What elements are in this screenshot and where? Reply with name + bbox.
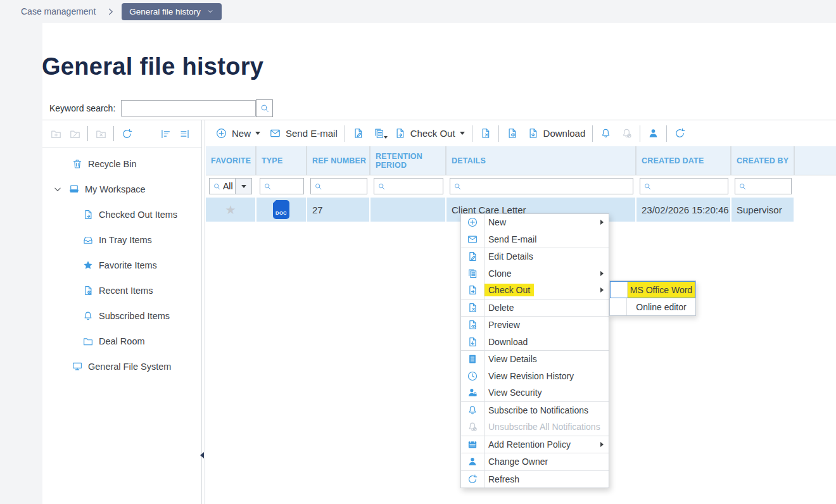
context-menu-item-add-retention-policy[interactable]: Add Retention Policy (461, 436, 609, 453)
check-out-submenu: MS Office Word Online editor (609, 280, 696, 316)
context-menu-item-view-details[interactable]: View Details (461, 351, 609, 368)
plus-circle-icon (467, 217, 478, 228)
created-by-filter-input[interactable] (749, 181, 791, 192)
column-header-favorite[interactable]: FAVORITE (206, 146, 256, 175)
new-button-label: New (232, 128, 251, 139)
delete-button[interactable] (475, 120, 496, 146)
context-menu-item-refresh[interactable]: Refresh (461, 471, 609, 488)
context-menu-item-download[interactable]: Download (461, 334, 609, 351)
tree-item-label: Checked Out Items (99, 210, 177, 220)
edit-details-button[interactable] (348, 120, 369, 146)
unsubscribe-notifications-button[interactable] (616, 120, 637, 146)
keyword-search-input[interactable] (121, 100, 256, 117)
context-menu-item-delete[interactable]: Delete (461, 299, 609, 317)
context-menu-item-clone[interactable]: Clone (461, 265, 609, 282)
type-cell: DOC (256, 198, 307, 222)
preview-button[interactable] (502, 120, 522, 146)
sidebar-item-recycle-bin[interactable]: Recycle Bin (42, 151, 201, 177)
context-menu-item-change-owner[interactable]: Change Owner (461, 453, 609, 470)
sidebar-item-my-workspace[interactable]: My Workspace (42, 177, 201, 202)
submenu-arrow-icon (600, 442, 604, 447)
favorite-filter-dropdown[interactable]: All (209, 178, 252, 194)
ref-number-filter-input[interactable] (324, 181, 367, 192)
column-header-type[interactable]: TYPE (256, 146, 307, 175)
edit-folder-button[interactable] (65, 124, 84, 143)
edit-details-icon (352, 127, 364, 139)
context-menu-item-view-security[interactable]: View Security (461, 384, 609, 401)
delete-folder-icon (95, 128, 107, 140)
clone-button[interactable] (369, 120, 390, 146)
panel-splitter[interactable] (201, 120, 205, 504)
sidebar-item-subscribed-items[interactable]: Subscribed Items (42, 303, 201, 329)
column-header-created-by[interactable]: CREATED BY (732, 146, 795, 175)
tree-item-label: Deal Room (99, 336, 145, 346)
download-button[interactable]: Download (522, 120, 590, 146)
divider (666, 125, 667, 142)
context-menu-item-edit-details[interactable]: Edit Details (461, 248, 609, 265)
chevron-down-icon (206, 8, 214, 15)
favorite-cell[interactable]: ★ (206, 198, 256, 222)
refresh-button[interactable] (669, 120, 690, 146)
add-folder-button[interactable] (46, 124, 65, 143)
retention-period-filter-input[interactable] (388, 181, 443, 192)
star-icon[interactable]: ★ (225, 204, 236, 216)
context-menu-item-view-revision-history[interactable]: View Revision History (461, 368, 609, 385)
preview-icon (506, 127, 518, 139)
context-menu-item-new[interactable]: New (461, 214, 609, 231)
folder-tree-panel: Recycle Bin My Workspace Checked Out Ite… (42, 120, 201, 504)
type-filter-input[interactable] (274, 181, 303, 192)
refresh-tree-button[interactable] (117, 124, 136, 143)
check-out-button[interactable]: Check Out (390, 120, 469, 146)
submenu-item-ms-office-word[interactable]: MS Office Word (610, 281, 695, 298)
monitor-icon (72, 361, 83, 372)
details-filter (450, 178, 633, 194)
column-header-ref-number[interactable]: REF NUMBER (307, 146, 370, 175)
delete-folder-button[interactable] (91, 124, 110, 143)
created-date-filter (640, 178, 728, 194)
sidebar-item-recent-items[interactable]: Recent Items (42, 278, 201, 303)
tray-icon (82, 234, 94, 246)
collapse-panel-arrow-icon[interactable] (200, 452, 204, 458)
change-owner-button[interactable] (643, 120, 664, 146)
sidebar-item-favorite-items[interactable]: Favorite Items (42, 253, 201, 278)
subscribe-notifications-button[interactable] (595, 120, 616, 146)
sidebar-item-general-file-system[interactable]: General File System (42, 354, 201, 379)
divider (345, 125, 345, 142)
created-date-filter-input[interactable] (654, 181, 728, 192)
search-icon (738, 182, 747, 191)
tree-item-label: Recent Items (99, 286, 153, 296)
sidebar-item-in-tray-items[interactable]: In Tray Items (42, 227, 201, 253)
search-icon (314, 182, 322, 191)
sidebar-item-checked-out-items[interactable]: Checked Out Items (42, 202, 201, 227)
context-menu-item-subscribe-to-notifications[interactable]: Subscribe to Notifications (461, 402, 609, 419)
new-button[interactable]: New (211, 120, 265, 146)
divider (498, 125, 499, 142)
caret-down-icon (241, 185, 246, 188)
workspace-icon (68, 184, 80, 195)
chevron-down-icon[interactable] (52, 184, 63, 195)
context-menu-item-send-email[interactable]: Send E-mail (461, 231, 609, 248)
send-email-button[interactable]: Send E-mail (265, 120, 342, 146)
expand-all-button[interactable] (175, 124, 194, 143)
refresh-icon (467, 474, 478, 485)
tree-item-label: Favorite Items (99, 260, 157, 270)
search-icon (263, 182, 272, 191)
breadcrumb-root[interactable]: Case management (21, 6, 96, 16)
search-icon (453, 182, 462, 191)
column-header-retention-period[interactable]: RETENTION PERIOD (370, 146, 446, 175)
tree-item-label: Recycle Bin (88, 159, 137, 169)
breadcrumb-current-dropdown[interactable]: General file history (122, 3, 222, 20)
divider (87, 126, 88, 141)
context-menu-item-preview[interactable]: Preview (461, 317, 609, 334)
column-header-empty (795, 146, 836, 175)
submenu-item-online-editor[interactable]: Online editor (610, 298, 695, 315)
person-lock-icon (467, 387, 478, 398)
keyword-search-button[interactable] (256, 99, 273, 117)
column-header-details[interactable]: DETAILS (446, 146, 636, 175)
sidebar-item-deal-room[interactable]: Deal Room (42, 329, 201, 354)
details-filter-input[interactable] (464, 181, 633, 192)
column-header-created-date[interactable]: CREATED DATE (636, 146, 732, 175)
context-menu-item-check-out[interactable]: Check Out (461, 282, 609, 299)
collapse-all-button[interactable] (156, 124, 175, 143)
favorite-filter-caret-button[interactable] (235, 179, 251, 194)
